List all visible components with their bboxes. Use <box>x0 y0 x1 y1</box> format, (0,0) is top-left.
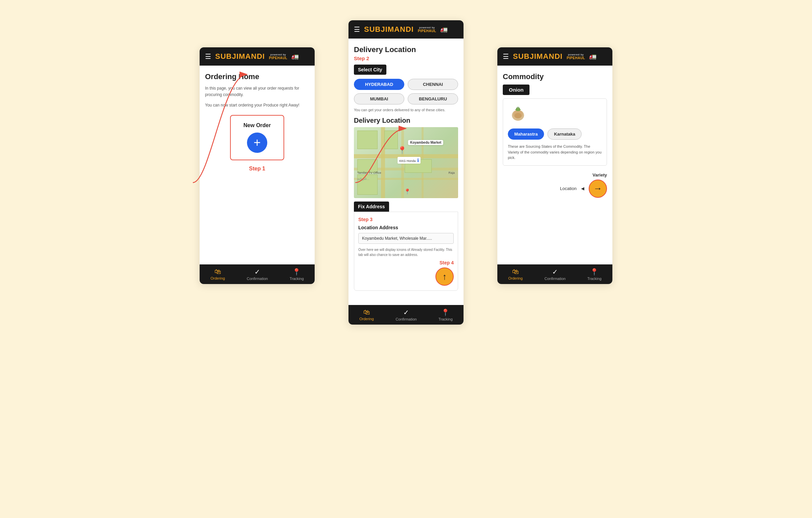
nav2-confirmation-label: Confirmation <box>396 317 416 321</box>
shopping-bag-icon2: 🛍 <box>363 308 370 316</box>
next-button[interactable]: → <box>589 180 607 198</box>
check-icon: ✓ <box>254 268 260 276</box>
powered-by-text3: powered by <box>568 53 584 56</box>
hamburger-icon3[interactable]: ☰ <box>503 52 509 61</box>
sourcing-note: These are Sourcing States of the Commodi… <box>508 144 602 161</box>
screen1-header: ☰ SUBJIMANDI powered by PIPEHAUL 🚛 <box>200 47 315 66</box>
nav2-tracking[interactable]: 📍 Tracking <box>438 308 453 321</box>
truck-icon2: 🚛 <box>440 26 448 33</box>
nav3-ordering[interactable]: 🛍 Ordering <box>508 268 523 281</box>
screen2-title: Delivery Location <box>354 45 458 54</box>
map-background: Koyambedu Market 📍 KKG Honda ℹ Tamilan T… <box>354 127 458 198</box>
svg-point-2 <box>515 113 521 118</box>
new-order-box[interactable]: New Order + <box>230 115 284 160</box>
map-koyambedu-label: Koyambedu Market <box>408 140 443 145</box>
brand-name2: SUBJIMANDI <box>364 25 414 34</box>
step1-label: Step 1 <box>205 166 309 172</box>
screen3-footer: 🛍 Ordering ✓ Confirmation 📍 Tracking <box>497 264 612 284</box>
nav3-confirmation-label: Confirmation <box>544 277 565 281</box>
map-kkghonda-label: KKG Honda ℹ <box>398 157 421 164</box>
city-hyderabad[interactable]: HYDERABAD <box>354 79 404 90</box>
nav-tracking[interactable]: 📍 Tracking <box>290 268 304 281</box>
delivery-loc-title: Delivery Location <box>354 117 458 124</box>
address-card: Step 3 Location Address Koyambedu Market… <box>354 212 458 291</box>
pipehaul-text3: PIPEHAUL <box>567 56 585 60</box>
screen2-header: ☰ SUBJIMANDI powered by PIPEHAUL 🚛 <box>348 20 464 39</box>
step4-label: Step 4 <box>358 260 454 265</box>
nav-ordering-label: Ordering <box>210 276 225 280</box>
powered-by-text: powered by <box>270 53 286 56</box>
address-card-title: Location Address <box>358 225 454 230</box>
map-tamilan-label: Tamilan TV Office <box>357 171 381 174</box>
nav2-confirmation[interactable]: ✓ Confirmation <box>396 308 416 321</box>
step2-label: Step 2 <box>354 55 458 61</box>
pipehaul-text: PIPEHAUL <box>269 56 288 60</box>
nav2-ordering-label: Ordering <box>359 317 374 321</box>
state-karnataka[interactable]: Karnataka <box>547 128 582 140</box>
brand-name: SUBJIMANDI <box>215 52 265 61</box>
arrow-left-icon: ◄ <box>580 186 585 192</box>
hamburger-icon[interactable]: ☰ <box>205 52 211 61</box>
hamburger-icon2[interactable]: ☰ <box>354 25 360 33</box>
fix-address-bar: Fix Address <box>354 202 389 212</box>
nav-ordering[interactable]: 🛍 Ordering <box>210 268 225 281</box>
commodity-tab: Onion <box>503 85 529 95</box>
city-grid: HYDERABAD CHENNAI MUMBAI BENGALURU <box>354 79 458 104</box>
screen1-desc2: You can now start ordering your Produce … <box>205 102 309 109</box>
location-icon: 📍 <box>292 268 301 276</box>
screen1-desc1: In this page, you can view all your orde… <box>205 85 309 98</box>
city-chennai[interactable]: CHENNAI <box>408 79 458 90</box>
screen1-content: Ordering Home In this page, you can view… <box>200 66 315 264</box>
screen3-header: ☰ SUBJIMANDI powered by PIPEHAUL 🚛 <box>497 47 612 66</box>
state-btn-group: Maharastra Karnataka <box>508 128 602 140</box>
nav2-tracking-label: Tracking <box>438 317 453 321</box>
map-pin: 📍 <box>398 146 407 155</box>
check-icon3: ✓ <box>552 268 558 276</box>
variety-label: Variety <box>592 172 607 178</box>
powered-by-badge: powered by PIPEHAUL <box>269 53 288 60</box>
powered-by-text2: powered by <box>419 26 435 29</box>
location-icon3: 📍 <box>590 268 599 276</box>
onion-icon <box>508 103 528 124</box>
select-city-bar: Select City <box>354 65 386 75</box>
nav3-tracking[interactable]: 📍 Tracking <box>587 268 602 281</box>
screen2-footer: 🛍 Ordering ✓ Confirmation 📍 Tracking <box>348 305 464 325</box>
check-icon2: ✓ <box>403 308 409 316</box>
truck-icon3: 🚛 <box>589 53 596 60</box>
map-blue-marker: 📍 <box>404 188 411 195</box>
screen3-content: Commodity Onion Maharas <box>497 66 612 264</box>
truck-icon: 🚛 <box>291 53 299 60</box>
upload-button[interactable]: ↑ <box>435 267 454 286</box>
screen2-phone: ☰ SUBJIMANDI powered by PIPEHAUL 🚛 Deliv… <box>348 20 464 325</box>
city-mumbai[interactable]: MUMBAI <box>354 93 404 104</box>
step3-label: Step 3 <box>358 217 454 222</box>
map-raja-label: Raja <box>448 171 455 174</box>
new-order-label: New Order <box>244 122 271 128</box>
address-note: Over here we will display icnons of Alre… <box>358 247 454 257</box>
nav2-ordering[interactable]: 🛍 Ordering <box>359 308 374 321</box>
state-maharastra[interactable]: Maharastra <box>508 128 544 140</box>
location-label: Location <box>560 186 577 191</box>
city-bengaluru[interactable]: BENGALURU <box>408 93 458 104</box>
nav-tracking-label: Tracking <box>290 277 304 281</box>
address-input[interactable]: Koyambedu Market, Wholesale Mar..... <box>358 233 454 244</box>
plus-button[interactable]: + <box>247 133 267 153</box>
nav3-ordering-label: Ordering <box>508 276 523 280</box>
brand-name3: SUBJIMANDI <box>513 52 563 61</box>
nav-confirmation-label: Confirmation <box>247 277 268 281</box>
commodity-card: Maharastra Karnataka These are Sourcing … <box>503 98 607 166</box>
screen1-phone: ☰ SUBJIMANDI powered by PIPEHAUL 🚛 Order… <box>200 47 315 284</box>
screen3-phone: ☰ SUBJIMANDI powered by PIPEHAUL 🚛 Commo… <box>497 47 612 284</box>
screen1-footer: 🛍 Ordering ✓ Confirmation 📍 Tracking <box>200 264 315 284</box>
nav3-confirmation[interactable]: ✓ Confirmation <box>544 268 565 281</box>
screen2-content: Delivery Location Step 2 Select City HYD… <box>348 39 464 305</box>
screen1-title: Ordering Home <box>205 72 309 81</box>
screen3-title: Commodity <box>503 72 607 81</box>
nav-confirmation[interactable]: ✓ Confirmation <box>247 268 268 281</box>
shopping-bag-icon: 🛍 <box>215 268 221 276</box>
powered-by-badge2: powered by PIPEHAUL <box>418 26 436 33</box>
location-icon2: 📍 <box>441 308 450 316</box>
city-note: You can get your orders delivered to any… <box>354 108 458 112</box>
nav3-tracking-label: Tracking <box>587 277 602 281</box>
map-area: Koyambedu Market 📍 KKG Honda ℹ Tamilan T… <box>354 127 458 198</box>
